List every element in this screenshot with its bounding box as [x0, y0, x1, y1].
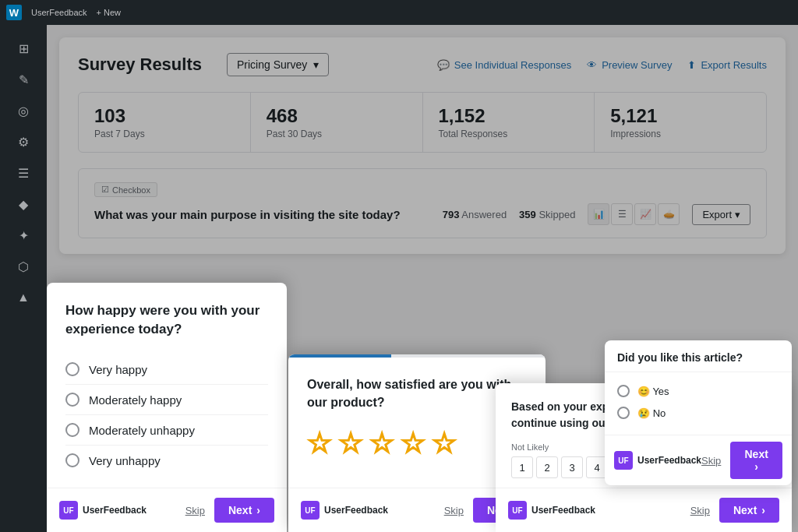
sidebar-icon-dashboard[interactable]: ⊞	[9, 34, 37, 62]
stat-label-impressions: Impressions	[610, 129, 750, 139]
star-5[interactable]: ☆	[432, 427, 457, 460]
option-very-unhappy[interactable]: Very unhappy	[65, 446, 268, 475]
footer-actions-left: Skip Next ›	[185, 498, 274, 523]
radio-moderately-unhappy	[65, 423, 79, 437]
scale-label-min: Not Likely	[511, 442, 549, 452]
eye-icon: 👁	[587, 59, 597, 71]
label-moderately-unhappy: Moderately unhappy	[89, 424, 195, 437]
responses-icon: 💬	[437, 59, 450, 71]
star-2[interactable]: ☆	[338, 427, 363, 460]
admin-bar: W UserFeedback + New	[0, 0, 798, 25]
label-yes: 😊 Yes	[637, 386, 669, 397]
stat-impressions: 5,121 Impressions	[595, 93, 766, 152]
uf-brand-left: UF UserFeedback	[59, 501, 147, 520]
stat-label-7days: Past 7 Days	[94, 129, 235, 139]
site-name[interactable]: UserFeedback	[31, 8, 87, 17]
scale-1[interactable]: 1	[511, 456, 533, 478]
radio-no	[617, 407, 630, 419]
skip-link-br[interactable]: Skip	[690, 505, 710, 516]
stat-number-7days: 103	[94, 105, 235, 127]
skip-link-left[interactable]: Skip	[185, 505, 205, 516]
label-moderately-happy: Moderately happy	[89, 393, 182, 407]
individual-responses-link[interactable]: 💬 See Individual Responses	[437, 59, 571, 71]
stat-label-total: Total Responses	[439, 129, 579, 139]
option-no[interactable]: 😢 No	[617, 402, 779, 424]
stats-row: 103 Past 7 Days 468 Past 30 Days 1,152 T…	[78, 92, 767, 153]
chart-icons: 📊 ☰ 📈 🥧	[588, 203, 680, 225]
option-very-happy[interactable]: Very happy	[65, 354, 268, 385]
sidebar-icon-edit[interactable]: ✎	[9, 65, 37, 93]
option-yes[interactable]: 😊 Yes	[617, 380, 779, 402]
scale-2[interactable]: 2	[536, 456, 558, 478]
scale-3[interactable]: 3	[561, 456, 583, 478]
header-actions: 💬 See Individual Responses 👁 Preview Sur…	[437, 59, 767, 71]
main-content: Survey Results Pricing Survey ▾ 💬 See In…	[47, 25, 798, 532]
chevron-down-icon: ▾	[313, 58, 319, 71]
popup-happiness-survey: How happy were you with your experience …	[47, 283, 287, 532]
option-moderately-unhappy[interactable]: Moderately unhappy	[65, 415, 268, 446]
sidebar-icon-hex[interactable]: ⬡	[9, 252, 37, 280]
line-chart-btn[interactable]: 📈	[634, 203, 656, 225]
question-type-badge: ☑ Checkbox	[94, 182, 157, 197]
uf-logo-right: UF	[614, 451, 633, 470]
checkbox-icon: ☑	[101, 185, 109, 195]
stat-label-30days: Past 30 Days	[267, 129, 407, 139]
radio-moderately-happy	[65, 393, 79, 407]
list-chart-btn[interactable]: ☰	[611, 203, 633, 225]
survey-results-panel: Survey Results Pricing Survey ▾ 💬 See In…	[59, 37, 786, 254]
popup-right-body: 😊 Yes 😢 No	[605, 372, 792, 435]
uf-brand-br: UF UserFeedback	[508, 501, 595, 520]
sidebar-icon-media[interactable]: ◎	[9, 97, 37, 125]
skip-link-right[interactable]: Skip	[701, 455, 721, 467]
footer-actions-right: Skip Next ›	[701, 442, 782, 479]
uf-brand-name-br: UserFeedback	[531, 505, 595, 516]
arrow-right-icon-br: ›	[761, 504, 765, 516]
footer-actions-br: Skip Next ›	[690, 498, 779, 523]
star-3[interactable]: ☆	[369, 427, 394, 460]
next-button-br[interactable]: Next ›	[719, 498, 779, 523]
next-button-left[interactable]: Next ›	[214, 498, 274, 523]
sidebar-icon-arrow[interactable]: ▲	[9, 284, 37, 312]
skip-link-middle[interactable]: Skip	[444, 505, 464, 516]
label-no: 😢 No	[637, 407, 666, 419]
question-text: What was your main purpose in visiting t…	[94, 208, 401, 221]
popup-left-footer: UF UserFeedback Skip Next ›	[47, 488, 287, 532]
uf-brand-name-left: UserFeedback	[83, 505, 147, 516]
page-title: Survey Results	[78, 55, 202, 75]
star-1[interactable]: ☆	[307, 427, 332, 460]
question-type-label: Checkbox	[112, 185, 150, 195]
happiness-question: How happy were you with your experience …	[65, 301, 268, 339]
sidebar-icon-star[interactable]: ✦	[9, 221, 37, 249]
option-moderately-happy[interactable]: Moderately happy	[65, 385, 268, 415]
stars-row: ☆ ☆ ☆ ☆ ☆	[307, 427, 527, 460]
stat-number-30days: 468	[267, 105, 407, 127]
sidebar-icon-menu[interactable]: ☰	[9, 159, 37, 187]
star-4[interactable]: ☆	[401, 427, 425, 460]
bar-chart-btn[interactable]: 📊	[588, 203, 609, 225]
label-very-happy: Very happy	[89, 363, 147, 376]
question-header: What was your main purpose in visiting t…	[94, 203, 750, 225]
next-button-right[interactable]: Next ›	[730, 442, 782, 479]
popup-br-footer: UF UserFeedback Skip Next ›	[496, 488, 792, 532]
uf-logo-br: UF	[508, 501, 527, 520]
stat-7days: 103 Past 7 Days	[79, 93, 251, 152]
popup-article-like: Did you like this article? 😊 Yes 😢 No UF…	[605, 340, 792, 485]
stat-number-impressions: 5,121	[610, 105, 750, 127]
stat-number-total: 1,152	[439, 105, 579, 127]
stat-30days: 468 Past 30 Days	[251, 93, 423, 152]
question-stats: 793 Answered 359 Skipped 📊 ☰ 📈 🥧	[443, 203, 750, 225]
sidebar-icon-plugin[interactable]: ◆	[9, 190, 37, 218]
export-results-link[interactable]: ⬆ Export Results	[687, 59, 767, 71]
new-link[interactable]: + New	[97, 8, 122, 17]
uf-brand-name-middle: UserFeedback	[324, 505, 388, 516]
survey-selector[interactable]: Pricing Survey ▾	[227, 53, 329, 76]
uf-logo-middle: UF	[301, 501, 320, 520]
panel-header: Survey Results Pricing Survey ▾ 💬 See In…	[78, 53, 767, 76]
sidebar-icon-settings[interactable]: ⚙	[9, 128, 37, 156]
export-button[interactable]: Export ▾	[692, 204, 750, 225]
radio-very-unhappy	[65, 453, 79, 467]
preview-survey-link[interactable]: 👁 Preview Survey	[587, 59, 672, 71]
pie-chart-btn[interactable]: 🥧	[658, 203, 680, 225]
skipped-stat: 359 Skipped	[519, 209, 575, 220]
radio-yes	[617, 385, 630, 397]
